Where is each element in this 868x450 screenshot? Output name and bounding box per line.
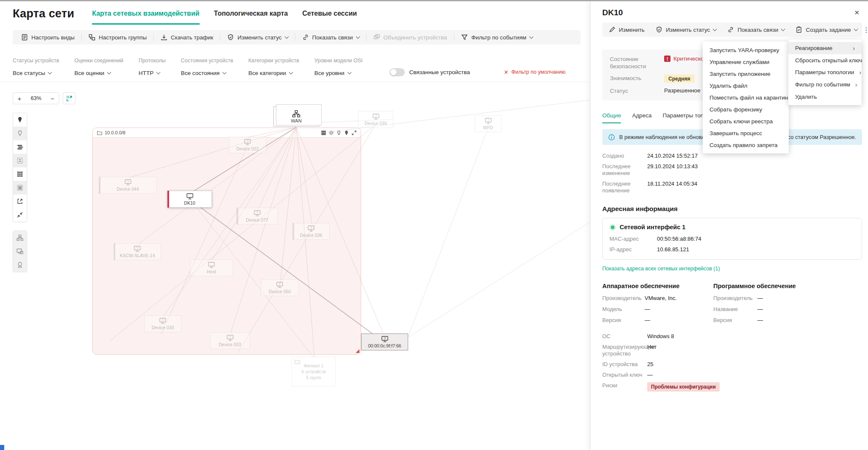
tool-layers-icon[interactable]: [13, 140, 27, 154]
map-device-node[interactable]: ? Device 022: [229, 136, 266, 153]
create-task-button[interactable]: Создать задание: [790, 22, 863, 37]
tool-topology-icon[interactable]: [13, 231, 27, 244]
svg-text:?: ?: [487, 118, 489, 122]
menu-item[interactable]: Сбросить открытый ключ ›: [788, 54, 862, 66]
svg-text:?: ?: [256, 211, 258, 214]
show-links-button[interactable]: Показать связи: [295, 30, 366, 44]
linked-devices-toggle[interactable]: [389, 68, 405, 76]
filter-dropdown[interactable]: Все категории: [248, 70, 299, 76]
tool-grid-outline-icon[interactable]: [13, 181, 27, 194]
main-tab[interactable]: Сетевые сессии: [302, 10, 357, 25]
default-filter-reset[interactable]: ✕ Фильтр по умолчанию: [504, 68, 566, 76]
map-device-node[interactable]: ? Device 044: [99, 177, 157, 194]
menu-item[interactable]: Удалить ›: [788, 91, 862, 103]
detail-value-text: Проблемы конфигурации: [647, 382, 720, 392]
address-section-heading: Адресная информация: [602, 205, 862, 213]
device-label: DK10: [184, 200, 195, 206]
tool-auto-layout-icon[interactable]: [13, 154, 27, 167]
chevron-down-icon: [356, 34, 360, 39]
branch-devices-count: 6 устройств: [301, 369, 326, 375]
filter-dropdown[interactable]: Все уровни: [314, 70, 363, 76]
address-value: 10.68.85.121: [657, 246, 855, 253]
main-tab[interactable]: Топологическая карта: [214, 10, 288, 25]
detail-label: ID устройства: [602, 361, 647, 368]
tool-grid-icon[interactable]: [13, 167, 27, 181]
map-device-node[interactable]: ? Device 033: [210, 332, 250, 349]
close-panel-button[interactable]: ✕: [851, 8, 862, 17]
menu-item[interactable]: Запустить приложение: [703, 68, 789, 80]
show-all-interfaces-link[interactable]: Показать адреса всех сетевых интерфейсов…: [602, 266, 862, 272]
main-tab[interactable]: Карта сетевых взаимодействий: [92, 10, 199, 25]
wan-network-icon: [292, 110, 300, 117]
detail-label: Открытый ключ: [602, 372, 647, 378]
filter-dropdown[interactable]: HTTP: [139, 70, 166, 76]
configure-groups-button[interactable]: Настроить группы: [82, 30, 153, 44]
detail-value-text: —: [647, 372, 653, 378]
filter-dropdown[interactable]: Все статусы: [13, 70, 59, 76]
change-status-button[interactable]: Изменить статус: [650, 22, 722, 37]
chevron-down-icon: [854, 27, 858, 31]
significance-label: Значимость: [610, 75, 664, 82]
map-device-node[interactable]: ? DK10: [167, 191, 212, 208]
change-status-button[interactable]: Изменить статус: [220, 30, 295, 44]
link-icon: [727, 26, 734, 33]
tool-pin-outline-icon[interactable]: [13, 127, 27, 140]
wan-node[interactable]: WAN: [273, 106, 319, 127]
map-device-node[interactable]: ? 00:00:0c:9f:f7:66: [361, 333, 408, 350]
detail-label: Риски: [602, 382, 647, 389]
branch-group-node[interactable]: Филиал 1 6 устройств 5 групп: [292, 357, 336, 386]
change-status-label: Изменить статус: [237, 34, 281, 41]
map-device-node[interactable]: ? Host: [190, 259, 233, 276]
map-device-node[interactable]: ? Device 077: [236, 208, 278, 225]
tool-pin-icon[interactable]: [13, 113, 27, 127]
panel-tab[interactable]: Адреса: [632, 112, 651, 123]
zoom-out-button[interactable]: −: [46, 95, 59, 102]
map-device-node[interactable]: ? KSCW-SLAVE-14: [114, 243, 161, 260]
download-traffic-button[interactable]: Скачать трафик: [154, 30, 220, 44]
device-label: Host: [207, 269, 216, 274]
zoom-in-button[interactable]: +: [13, 95, 26, 102]
menu-item[interactable]: Завершить процесс: [703, 127, 789, 139]
fit-screen-icon: [66, 95, 72, 102]
tool-collapse-icon[interactable]: [13, 208, 27, 222]
filter-value: Все категории: [248, 70, 286, 76]
menu-item[interactable]: Собрать форензику: [703, 103, 789, 115]
hardware-label: Модель: [602, 306, 645, 313]
device-label: KSCW-SLAVE-14: [120, 253, 155, 258]
tool-devices-icon[interactable]: [13, 244, 27, 258]
map-device-node[interactable]: ? Device 050: [261, 279, 299, 296]
menu-item[interactable]: Параметры топологии ›: [788, 66, 862, 78]
filter-group: Оценки соединений Все оценки: [75, 58, 124, 76]
show-links-button[interactable]: Показать связи: [722, 22, 790, 37]
menu-item[interactable]: Фильтр по событиям ›: [788, 78, 862, 91]
main-tabs: Карта сетевых взаимодействий Топологичес…: [92, 10, 357, 25]
menu-item[interactable]: Реагирование ›: [788, 42, 862, 54]
event-filter-button[interactable]: Фильтр по событиям: [454, 30, 540, 44]
menu-item[interactable]: Удалить файл: [703, 80, 789, 92]
menu-item[interactable]: Поместить файл на карантин: [703, 92, 789, 103]
info-value: 24.10.2024 15:52:17: [647, 153, 862, 159]
tool-badge-icon[interactable]: [13, 258, 27, 272]
menu-item[interactable]: Создать правило запрета: [703, 139, 789, 151]
info-label: Последнее изменение: [602, 163, 647, 177]
device-label: Device 036: [300, 233, 323, 238]
map-device-node[interactable]: ? Device 030: [144, 315, 181, 332]
menu-item[interactable]: Собрать ключи реестра: [703, 115, 789, 127]
tool-frame-icon[interactable]: [13, 194, 27, 208]
edit-button[interactable]: Изменить: [603, 22, 650, 37]
network-map-canvas[interactable]: 10.0.0.0/8: [0, 82, 590, 450]
configure-views-button[interactable]: Настроить виды: [14, 30, 81, 44]
monitor-icon: ?: [253, 210, 262, 217]
filter-dropdown[interactable]: Все состояния: [181, 70, 233, 76]
software-value: —: [757, 295, 862, 302]
menu-item[interactable]: Управление службами: [703, 56, 789, 68]
detail-value: Windows 8: [647, 333, 862, 340]
filter-dropdown[interactable]: Все оценки: [75, 70, 124, 76]
map-device-node[interactable]: ? Device 035: [358, 111, 393, 128]
panel-tab[interactable]: Общие: [602, 112, 621, 123]
map-device-node[interactable]: ? Device 036: [292, 223, 330, 240]
fit-to-screen-button[interactable]: [63, 92, 75, 104]
menu-item[interactable]: Запустить YARA-проверку: [703, 44, 789, 56]
map-device-node[interactable]: ? WFD: [475, 115, 501, 132]
more-actions-button[interactable]: ⋮: [863, 22, 868, 37]
